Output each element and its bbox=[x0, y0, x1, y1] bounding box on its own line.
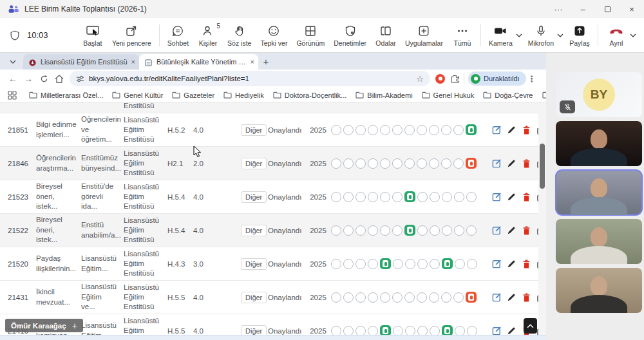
edit-pencil-button[interactable] bbox=[506, 258, 517, 270]
month-circle-empty[interactable] bbox=[331, 125, 341, 135]
red-extension-icon[interactable] bbox=[435, 74, 445, 84]
new-tab-button[interactable]: + bbox=[258, 53, 274, 69]
bookmark-star-icon[interactable]: ☆ bbox=[416, 74, 424, 84]
month-circle-empty[interactable] bbox=[355, 292, 366, 303]
extensions-icon[interactable] bbox=[450, 74, 460, 84]
delete-button[interactable] bbox=[520, 158, 532, 169]
reload-button[interactable] bbox=[36, 71, 52, 86]
toolbar-button-tumu[interactable]: Tümü bbox=[448, 20, 477, 51]
delete-button[interactable] bbox=[520, 225, 532, 236]
month-circle-empty[interactable] bbox=[343, 292, 354, 303]
edit-note-button[interactable] bbox=[491, 124, 502, 136]
home-button[interactable] bbox=[52, 71, 67, 86]
month-circle-empty[interactable] bbox=[417, 292, 427, 303]
month-circle-empty[interactable] bbox=[404, 158, 415, 169]
url-omnibox[interactable]: bkys.yalova.edu.tr/editKaliteFaaliyetPla… bbox=[70, 71, 430, 86]
more-options-button[interactable]: ··· bbox=[546, 0, 571, 18]
month-circle-empty[interactable] bbox=[417, 192, 428, 202]
edit-note-button[interactable] bbox=[491, 258, 502, 270]
participant-tile-video-man-white-jacket[interactable] bbox=[556, 219, 642, 264]
participant-tile-video-bearded-man[interactable] bbox=[556, 121, 642, 166]
toolbar-button-kamera[interactable]: Kamera bbox=[484, 20, 517, 51]
scrollbar-thumb[interactable] bbox=[540, 144, 545, 189]
edit-note-button[interactable] bbox=[491, 325, 502, 335]
month-circle-empty[interactable] bbox=[454, 225, 464, 236]
month-circle-empty[interactable] bbox=[331, 225, 341, 236]
month-circle-empty[interactable] bbox=[331, 326, 341, 335]
participant-tile-video-bald-man[interactable] bbox=[556, 268, 642, 313]
month-circle-empty[interactable] bbox=[343, 125, 354, 135]
edit-note-button[interactable] bbox=[491, 292, 502, 303]
delete-button[interactable] bbox=[520, 191, 532, 203]
participant-tile-avatar[interactable]: BY bbox=[556, 72, 642, 117]
month-circle-empty[interactable] bbox=[404, 292, 415, 303]
month-circle-empty[interactable] bbox=[368, 125, 378, 135]
url-text[interactable]: bkys.yalova.edu.tr/editKaliteFaaliyetPla… bbox=[89, 75, 416, 82]
month-circle-empty[interactable] bbox=[331, 158, 341, 169]
month-circle-empty[interactable] bbox=[467, 326, 477, 335]
edit-note-button[interactable] bbox=[491, 225, 502, 236]
month-circle-empty[interactable] bbox=[430, 326, 440, 335]
month-circle-empty[interactable] bbox=[380, 225, 390, 236]
month-circle-empty[interactable] bbox=[393, 259, 403, 269]
month-document-badge-red[interactable] bbox=[466, 158, 477, 169]
month-circle-empty[interactable] bbox=[453, 292, 464, 303]
month-circle-empty[interactable] bbox=[368, 192, 378, 202]
month-circle-empty[interactable] bbox=[429, 125, 439, 135]
month-circle-empty[interactable] bbox=[392, 292, 402, 303]
month-circle-empty[interactable] bbox=[455, 326, 465, 335]
month-circle-empty[interactable] bbox=[417, 125, 427, 135]
month-circle-empty[interactable] bbox=[380, 192, 390, 202]
presenter-plus-icon[interactable]: + bbox=[72, 321, 77, 331]
toolbar-button-kisiler[interactable]: 5Kişiler bbox=[193, 20, 223, 51]
month-circle-empty[interactable] bbox=[343, 158, 354, 169]
month-circle-empty[interactable] bbox=[343, 259, 354, 269]
toolbar-button-odalar[interactable]: Odalar bbox=[371, 20, 401, 51]
bookmark-folder[interactable]: Genel Kültür bbox=[108, 89, 167, 102]
participant-tile-video-man-with-glasses[interactable] bbox=[556, 170, 642, 215]
minimize-button[interactable]: – bbox=[571, 0, 595, 18]
bookmark-folder[interactable]: Hediyelik bbox=[219, 89, 269, 102]
toolbar-button-sohbet[interactable]: Sohbet bbox=[163, 20, 193, 51]
month-circle-empty[interactable] bbox=[453, 125, 464, 135]
month-circle-empty[interactable] bbox=[331, 192, 341, 202]
month-circle-empty[interactable] bbox=[343, 326, 354, 335]
bookmark-folder[interactable]: İstanbul bbox=[538, 89, 547, 102]
month-circle-empty[interactable] bbox=[355, 158, 366, 169]
month-circle-empty[interactable] bbox=[404, 125, 415, 135]
month-circle-empty[interactable] bbox=[392, 158, 402, 169]
month-circle-empty[interactable] bbox=[355, 225, 366, 236]
browser-scrollbar[interactable] bbox=[538, 103, 546, 335]
month-circle-empty[interactable] bbox=[392, 225, 402, 236]
month-circle-empty[interactable] bbox=[380, 292, 390, 303]
apps-grid-icon[interactable] bbox=[8, 91, 17, 100]
month-circle-empty[interactable] bbox=[466, 225, 477, 236]
month-circle-empty[interactable] bbox=[454, 192, 464, 202]
month-circle-empty[interactable] bbox=[455, 259, 465, 269]
month-circle-empty[interactable] bbox=[393, 326, 403, 335]
toolbar-button-mikrofon[interactable]: Mikrofon bbox=[524, 20, 558, 51]
tab-close-icon[interactable]: × bbox=[131, 58, 135, 66]
scroll-to-top-button[interactable] bbox=[524, 318, 537, 334]
month-circle-empty[interactable] bbox=[331, 259, 341, 269]
month-document-badge-green[interactable] bbox=[404, 191, 415, 202]
toolbar-button-yeni-pencere[interactable]: Yeni pencere bbox=[108, 20, 156, 51]
edit-pencil-button[interactable] bbox=[506, 325, 517, 335]
month-circle-empty[interactable] bbox=[343, 192, 354, 202]
bookmark-folder[interactable]: Genel Hukuk bbox=[417, 89, 479, 102]
month-circle-empty[interactable] bbox=[430, 225, 440, 236]
toolbar-button-tepki-ver[interactable]: Tepki ver bbox=[256, 20, 292, 51]
toolbar-button-baslat[interactable]: Başlat bbox=[78, 20, 108, 51]
month-circle-empty[interactable] bbox=[441, 125, 451, 135]
month-circle-empty[interactable] bbox=[355, 125, 366, 135]
month-document-badge-green[interactable] bbox=[380, 258, 391, 269]
month-circle-empty[interactable] bbox=[417, 326, 428, 335]
bookmark-folder[interactable]: Doktora-Doçentlik... bbox=[269, 89, 352, 102]
delete-button[interactable] bbox=[520, 258, 532, 270]
toolbar-button-uygulamalar[interactable]: Uygulamalar bbox=[401, 20, 448, 51]
month-circle-empty[interactable] bbox=[331, 292, 341, 303]
month-circle-empty[interactable] bbox=[467, 259, 477, 269]
restore-button[interactable] bbox=[595, 0, 620, 18]
month-circle-empty[interactable] bbox=[380, 125, 390, 135]
bookmark-folder[interactable]: Milletlerarası Özel... bbox=[24, 89, 108, 102]
